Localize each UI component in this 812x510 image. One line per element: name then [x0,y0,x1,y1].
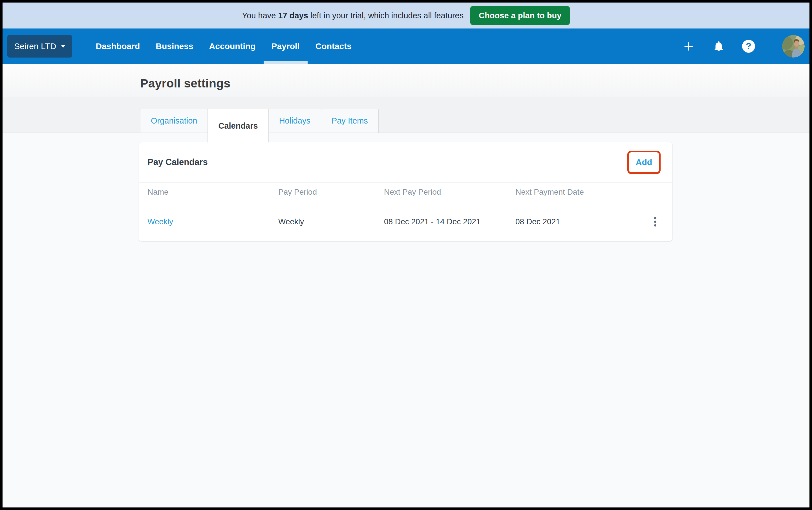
table-row: Weekly Weekly 08 Dec 2021 - 14 Dec 2021 … [139,202,672,241]
choose-plan-button[interactable]: Choose a plan to buy [470,6,570,25]
column-header-next-payment-date: Next Payment Date [515,188,638,197]
tab-calendars[interactable]: Calendars [208,109,268,142]
nav-item-contacts[interactable]: Contacts [308,28,359,64]
avatar-photo [782,35,805,58]
trial-banner: You have 17 days left in your trial, whi… [3,3,809,28]
user-avatar[interactable] [782,35,805,58]
red-annotation-box: Add [627,151,661,174]
trial-banner-text: You have 17 days left in your trial, whi… [242,11,464,20]
screenshot-frame: You have 17 days left in your trial, whi… [0,0,812,510]
active-nav-indicator [264,61,308,64]
bell-icon[interactable] [712,40,725,53]
settings-tabs: Organisation Calendars Holidays Pay Item… [140,97,809,142]
nav-item-business[interactable]: Business [148,28,201,64]
settings-tabstrip: Organisation Calendars Holidays Pay Item… [3,97,809,133]
row-options-kebab-icon[interactable] [651,214,659,229]
tab-pay-items[interactable]: Pay Items [321,109,379,133]
pay-calendars-card: Pay Calendars Add Name Pay Period Next P… [139,142,672,242]
calendar-name-link[interactable]: Weekly [147,217,173,226]
tab-organisation[interactable]: Organisation [140,109,208,133]
organisation-menu-button[interactable]: Seiren LTD [7,35,72,58]
nav-item-accounting[interactable]: Accounting [201,28,264,64]
cell-next-payment-date: 08 Dec 2021 [515,217,638,226]
chevron-down-icon [61,45,65,48]
navbar-actions: ? [682,35,805,58]
cell-next-pay-period: 08 Dec 2021 - 14 Dec 2021 [384,217,515,226]
nav-item-dashboard[interactable]: Dashboard [88,28,148,64]
cell-pay-period: Weekly [278,217,384,226]
card-header: Pay Calendars Add [139,142,672,182]
column-header-name: Name [147,188,278,197]
page-title: Payroll settings [140,77,230,90]
column-header-pay-period: Pay Period [278,188,384,197]
content-area: Pay Calendars Add Name Pay Period Next P… [3,133,809,507]
nav-item-payroll[interactable]: Payroll [264,28,308,64]
plus-icon[interactable] [682,40,695,53]
help-icon[interactable]: ? [742,40,755,53]
tab-holidays[interactable]: Holidays [268,109,321,133]
main-navbar: Seiren LTD Dashboard Business Accounting… [3,28,809,64]
card-title: Pay Calendars [147,157,627,167]
organisation-name: Seiren LTD [14,41,56,51]
page-header: Payroll settings [3,64,809,97]
app-window: You have 17 days left in your trial, whi… [3,3,809,507]
nav-menu: Dashboard Business Accounting Payroll Co… [88,28,360,64]
add-button[interactable]: Add [636,158,652,167]
help-question-mark: ? [742,40,755,53]
table-header-row: Name Pay Period Next Pay Period Next Pay… [139,182,672,202]
trial-days-left: 17 days [278,11,308,20]
column-header-next-pay-period: Next Pay Period [384,188,515,197]
